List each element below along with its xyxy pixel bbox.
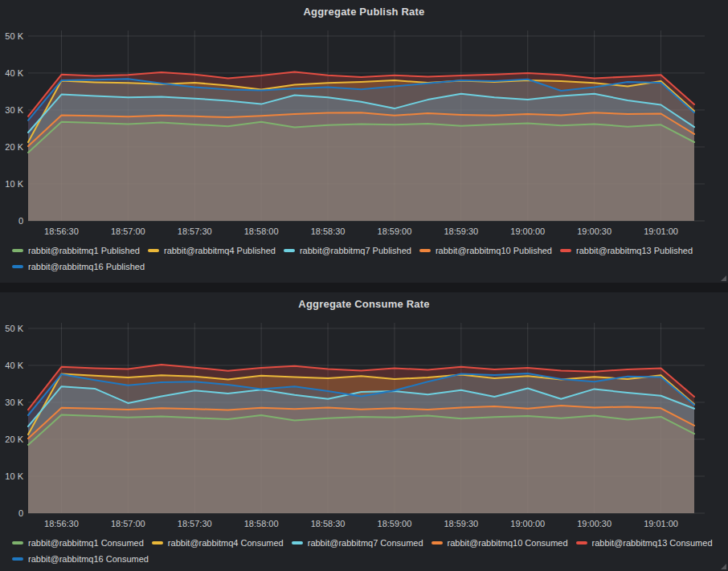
legend-color-chip [284, 249, 295, 252]
legend-label: rabbit@rabbitmq13 Consumed [592, 538, 713, 548]
legend-label: rabbit@rabbitmq10 Consumed [448, 538, 568, 548]
legend-label: rabbit@rabbitmq10 Published [436, 246, 552, 255]
x-tick-label: 18:58:00 [244, 226, 279, 236]
legend-color-chip [419, 249, 431, 252]
x-tick-label: 18:58:30 [311, 226, 346, 236]
y-tick-label: 40 K [5, 361, 23, 370]
x-tick-label: 19:01:00 [644, 519, 678, 528]
x-tick-label: 18:59:00 [378, 226, 412, 236]
x-tick-label: 19:00:00 [510, 519, 545, 528]
legend-row: rabbit@rabbitmq1 Publishedrabbit@rabbitm… [12, 243, 722, 259]
chart-publish-rate: 010 K20 K30 K40 K50 K18:56:3018:57:0018:… [0, 22, 728, 237]
panel-aggregate-consume-rate: Aggregate Consume Rate 010 K20 K30 K40 K… [0, 292, 728, 571]
legend-label: rabbit@rabbitmq16 Consumed [28, 554, 149, 564]
x-tick-label: 18:59:00 [378, 519, 412, 528]
legend-item[interactable]: rabbit@rabbitmq4 Published [148, 246, 276, 255]
legend-item[interactable]: rabbit@rabbitmq13 Consumed [576, 538, 713, 548]
legend-color-chip [576, 541, 587, 544]
dashboard: Aggregate Publish Rate 010 K20 K30 K40 K… [0, 0, 728, 571]
legend-color-chip [560, 249, 571, 252]
chart-canvas: 010 K20 K30 K40 K50 K18:56:3018:57:0018:… [0, 22, 728, 237]
legend-label: rabbit@rabbitmq1 Published [28, 246, 140, 255]
legend-label: rabbit@rabbitmq7 Consumed [308, 538, 423, 548]
x-tick-label: 19:00:30 [577, 226, 611, 236]
x-tick-label: 18:56:30 [44, 519, 79, 528]
y-tick-label: 30 K [5, 105, 23, 115]
legend-row: rabbit@rabbitmq16 Published [12, 259, 722, 275]
y-tick-label: 50 K [5, 324, 23, 333]
x-tick-label: 18:57:30 [178, 519, 212, 528]
panel-header: Aggregate Publish Rate [0, 0, 728, 22]
legend-color-chip [12, 557, 23, 561]
legend-color-chip [12, 265, 23, 268]
x-tick-label: 19:00:30 [577, 519, 611, 528]
x-tick-label: 18:58:30 [311, 519, 346, 528]
legend-color-chip [431, 541, 443, 544]
x-tick-label: 18:57:00 [111, 519, 145, 528]
legend-item[interactable]: rabbit@rabbitmq1 Consumed [12, 538, 144, 548]
chart-consume-rate: 010 K20 K30 K40 K50 K18:56:3018:57:0018:… [0, 315, 728, 529]
y-tick-label: 0 [18, 216, 23, 226]
legend-label: rabbit@rabbitmq4 Consumed [168, 538, 284, 548]
panel-title[interactable]: Aggregate Publish Rate [303, 6, 424, 18]
legend-item[interactable]: rabbit@rabbitmq4 Consumed [152, 538, 284, 548]
y-tick-label: 20 K [5, 434, 23, 444]
legend-item[interactable]: rabbit@rabbitmq16 Published [12, 262, 145, 271]
legend-label: rabbit@rabbitmq16 Published [28, 262, 145, 271]
y-tick-label: 50 K [5, 31, 23, 41]
x-tick-label: 19:01:00 [644, 226, 678, 236]
series-fill [28, 79, 694, 221]
legend-item[interactable]: rabbit@rabbitmq7 Consumed [292, 538, 423, 548]
legend-label: rabbit@rabbitmq13 Published [576, 246, 693, 255]
x-tick-label: 18:58:00 [244, 519, 279, 528]
legend-consume: rabbit@rabbitmq1 Consumedrabbit@rabbitmq… [0, 529, 728, 567]
resize-handle-icon[interactable] [721, 275, 726, 281]
legend-item[interactable]: rabbit@rabbitmq10 Consumed [431, 538, 568, 548]
legend-row: rabbit@rabbitmq1 Consumedrabbit@rabbitmq… [12, 535, 722, 551]
resize-handle-icon[interactable] [721, 564, 726, 569]
legend-color-chip [12, 249, 23, 252]
legend-item[interactable]: rabbit@rabbitmq13 Published [560, 246, 693, 255]
chart-canvas: 010 K20 K30 K40 K50 K18:56:3018:57:0018:… [0, 315, 728, 529]
y-tick-label: 20 K [5, 142, 23, 152]
legend-item[interactable]: rabbit@rabbitmq1 Published [12, 246, 140, 255]
legend-item[interactable]: rabbit@rabbitmq16 Consumed [12, 554, 149, 564]
y-tick-label: 40 K [5, 68, 23, 78]
legend-color-chip [292, 541, 303, 544]
y-tick-label: 10 K [5, 179, 23, 189]
x-tick-label: 18:59:30 [444, 519, 478, 528]
legend-item[interactable]: rabbit@rabbitmq10 Published [419, 246, 552, 255]
x-tick-label: 18:59:30 [444, 226, 478, 236]
y-tick-label: 0 [18, 508, 23, 518]
legend-label: rabbit@rabbitmq4 Published [164, 246, 276, 255]
x-tick-label: 18:57:30 [178, 226, 212, 236]
y-tick-label: 10 K [5, 471, 23, 481]
legend-color-chip [12, 541, 23, 544]
panel-aggregate-publish-rate: Aggregate Publish Rate 010 K20 K30 K40 K… [0, 0, 728, 283]
legend-row: rabbit@rabbitmq16 Consumed [12, 551, 722, 567]
x-tick-label: 18:57:00 [111, 226, 145, 236]
legend-item[interactable]: rabbit@rabbitmq7 Published [284, 246, 411, 255]
legend-label: rabbit@rabbitmq1 Consumed [28, 538, 144, 548]
panel-title[interactable]: Aggregate Consume Rate [298, 298, 429, 310]
legend-color-chip [152, 541, 163, 544]
x-tick-label: 19:00:00 [510, 226, 545, 236]
panel-header: Aggregate Consume Rate [0, 292, 728, 315]
x-tick-label: 18:56:30 [44, 226, 79, 236]
legend-publish: rabbit@rabbitmq1 Publishedrabbit@rabbitm… [0, 237, 728, 275]
y-tick-label: 30 K [5, 398, 23, 407]
legend-label: rabbit@rabbitmq7 Published [300, 246, 411, 255]
legend-color-chip [148, 249, 159, 252]
